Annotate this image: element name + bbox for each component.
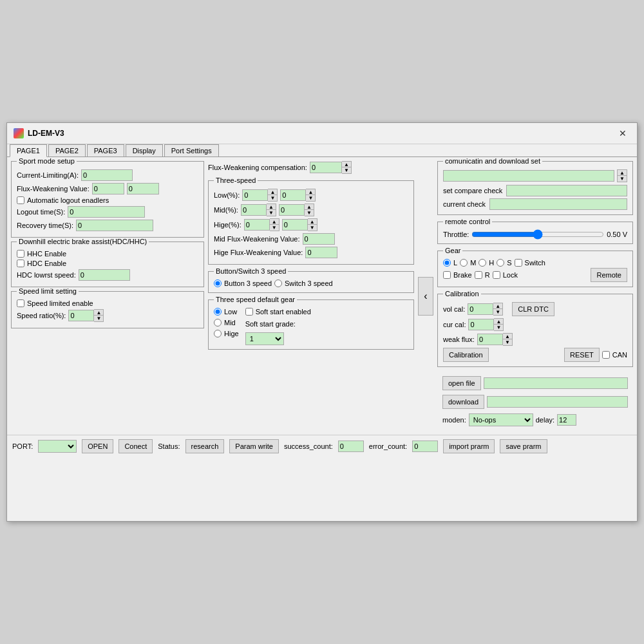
param-write-button[interactable]: Param write	[229, 439, 279, 453]
close-button[interactable]: ✕	[615, 127, 630, 140]
cur-cal-down-btn[interactable]: ▼	[494, 325, 503, 330]
success-count-input[interactable]	[338, 440, 364, 452]
cur-cal-up-btn[interactable]: ▲	[494, 319, 503, 325]
throttle-slider[interactable]	[471, 230, 604, 239]
comm-main-input[interactable]	[443, 170, 614, 182]
gear-l-radio[interactable]	[443, 259, 451, 267]
auto-logout-checkbox[interactable]	[17, 196, 24, 204]
hige-flux-input[interactable]	[305, 247, 337, 258]
speed-limited-checkbox[interactable]	[17, 299, 24, 307]
comm-scroll-up-btn[interactable]: ▲	[618, 170, 627, 176]
gear-lock-checkbox[interactable]	[493, 271, 500, 279]
low-row: Low(%): ▲ ▼ ▲ ▼	[214, 189, 408, 202]
hdc-enable-checkbox[interactable]	[17, 260, 24, 267]
speed-ratio-input[interactable]	[68, 310, 94, 321]
mid-up1-btn[interactable]: ▲	[267, 204, 276, 210]
weak-flux-down-btn[interactable]: ▼	[503, 339, 512, 345]
mid-row: Mid(%): ▲ ▼ ▲ ▼	[214, 204, 408, 216]
soft-start-grade-select[interactable]: 1 2 3	[245, 332, 284, 345]
soft-start-enabled-checkbox[interactable]	[245, 308, 253, 316]
mid-label: Mid(%):	[214, 206, 238, 214]
error-count-input[interactable]	[412, 440, 438, 452]
flux-comp-input[interactable]	[310, 162, 342, 173]
low-down1-btn[interactable]: ▼	[268, 195, 277, 201]
open-file-button[interactable]: open file	[442, 376, 481, 390]
logout-time-input[interactable]	[68, 206, 145, 218]
hhc-enable-checkbox[interactable]	[17, 250, 24, 258]
tab-display[interactable]: Display	[126, 144, 163, 156]
default-low-radio[interactable]	[214, 308, 222, 316]
current-check-input[interactable]	[489, 198, 627, 210]
flux-weakening-val2-input[interactable]	[127, 183, 159, 194]
default-hige-radio[interactable]	[214, 330, 222, 337]
gear-brake-checkbox[interactable]	[443, 271, 451, 279]
mid-up2-btn[interactable]: ▲	[305, 204, 314, 210]
clr-dtc-button[interactable]: CLR DTC	[512, 302, 554, 316]
remote-button[interactable]: Remote	[591, 268, 627, 282]
vol-cal-up-btn[interactable]: ▲	[493, 303, 502, 309]
gear-lock-label: Lock	[503, 271, 518, 279]
gear-s-radio[interactable]	[497, 259, 504, 267]
mid-input1[interactable]	[241, 204, 267, 216]
save-prarm-button[interactable]: save prarm	[500, 439, 547, 453]
button3-radio[interactable]	[214, 279, 222, 287]
low-up2-btn[interactable]: ▲	[306, 189, 315, 195]
vol-cal-down-btn[interactable]: ▼	[493, 309, 502, 315]
hige-input1[interactable]	[244, 219, 270, 231]
hige-input2[interactable]	[282, 219, 308, 231]
gear-m-radio[interactable]	[460, 259, 468, 267]
open-port-button[interactable]: OPEN	[82, 439, 113, 453]
hige-down2-btn[interactable]: ▼	[308, 225, 317, 231]
moden-select[interactable]: No-ops Mode1 Mode2	[469, 413, 533, 426]
gear-h-radio[interactable]	[478, 259, 486, 267]
download-button[interactable]: download	[442, 395, 484, 409]
research-button[interactable]: research	[185, 439, 225, 453]
connect-button[interactable]: Conect	[118, 439, 153, 453]
port-select[interactable]	[38, 440, 77, 453]
tab-port-settings[interactable]: Port Settings	[164, 144, 219, 156]
gear-r-checkbox[interactable]	[475, 271, 482, 279]
flux-comp-up-btn[interactable]: ▲	[342, 162, 351, 167]
reset-button[interactable]: RESET	[564, 348, 600, 362]
hige-down1-btn[interactable]: ▼	[270, 225, 279, 231]
tab-page3[interactable]: PAGE3	[87, 144, 124, 156]
vol-cal-input[interactable]	[468, 303, 493, 315]
default-mid-radio[interactable]	[214, 319, 222, 327]
weak-flux-up-btn[interactable]: ▲	[503, 334, 512, 339]
speed-ratio-up-btn[interactable]: ▲	[94, 310, 103, 316]
recovery-time-input[interactable]	[76, 220, 153, 231]
hdc-lowrst-input[interactable]	[79, 269, 130, 281]
flux-weakening-val1-input[interactable]	[92, 183, 124, 194]
speed-ratio-down-btn[interactable]: ▼	[94, 316, 103, 321]
downhill-title: Downhill electric brake assist(HDC/HHC)	[17, 238, 149, 245]
import-prarm-button[interactable]: import prarm	[443, 439, 495, 453]
switch3-radio[interactable]	[274, 279, 282, 287]
low-down2-btn[interactable]: ▼	[306, 195, 315, 201]
delay-input[interactable]	[557, 414, 576, 426]
tab-page1[interactable]: PAGE1	[10, 144, 47, 157]
comm-scroll-down-btn[interactable]: ▼	[618, 176, 627, 182]
mid-input2[interactable]	[279, 204, 305, 216]
cal-action-row: Calibration RESET CAN	[443, 348, 627, 362]
open-file-input[interactable]	[484, 377, 628, 389]
mid-down2-btn[interactable]: ▼	[305, 210, 314, 216]
hige-up2-btn[interactable]: ▲	[308, 219, 317, 225]
gear-switch-checkbox[interactable]	[515, 259, 522, 267]
low-up1-btn[interactable]: ▲	[268, 189, 277, 195]
weak-flux-input[interactable]	[477, 334, 503, 345]
hige-up1-btn[interactable]: ▲	[270, 219, 279, 225]
mid-flux-input[interactable]	[303, 233, 335, 245]
can-checkbox[interactable]	[602, 351, 610, 359]
left-arrow-btn[interactable]: ‹	[418, 277, 433, 316]
tab-page2[interactable]: PAGE2	[48, 144, 86, 156]
low-input1[interactable]	[242, 189, 268, 201]
mid-down1-btn[interactable]: ▼	[267, 210, 276, 216]
flux-comp-down-btn[interactable]: ▼	[342, 167, 351, 173]
low-input2[interactable]	[280, 189, 306, 201]
button-switch-radio-row: Button 3 speed Switch 3 speed	[214, 279, 408, 287]
calibration-button[interactable]: Calibration	[443, 348, 489, 362]
cur-cal-input[interactable]	[468, 319, 494, 330]
current-limiting-input[interactable]	[81, 169, 133, 181]
set-compare-input[interactable]	[506, 185, 627, 196]
calibration-title: Calibration	[443, 290, 481, 298]
